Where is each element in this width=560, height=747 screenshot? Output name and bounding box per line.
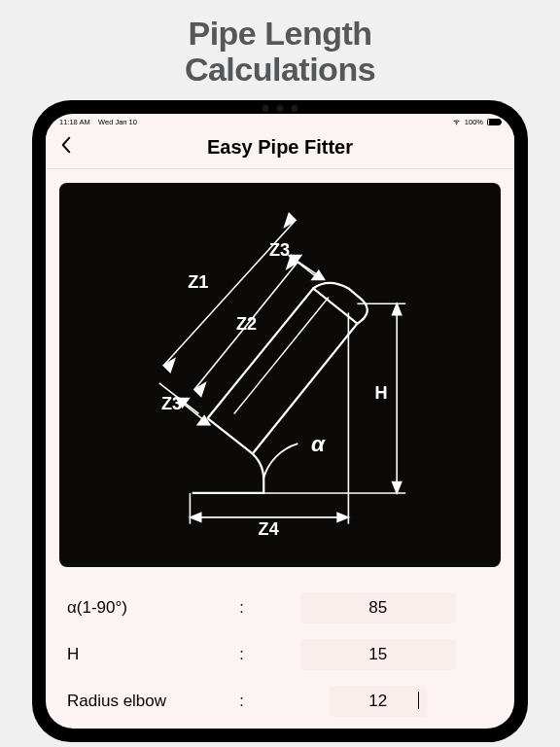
svg-text:Z4: Z4 bbox=[258, 519, 278, 539]
svg-marker-2 bbox=[285, 214, 296, 228]
h-input[interactable]: 15 bbox=[300, 639, 456, 670]
device-screen: 11:18 AM Wed Jan 10 100% Easy Pipe Fitte… bbox=[46, 114, 514, 729]
topbar: Easy Pipe Fitter bbox=[46, 128, 514, 169]
row-separator: : bbox=[221, 599, 263, 617]
hero-line1: Pipe Length bbox=[188, 15, 371, 52]
row-h: H : 15 bbox=[61, 631, 499, 678]
alpha-input[interactable]: 85 bbox=[300, 592, 456, 623]
svg-text:Z2: Z2 bbox=[236, 315, 257, 335]
status-battery-pct: 100% bbox=[465, 118, 483, 126]
svg-text:Z3: Z3 bbox=[161, 394, 182, 413]
device-notch bbox=[262, 105, 298, 112]
row-separator: : bbox=[221, 693, 263, 710]
svg-text:H: H bbox=[374, 383, 387, 403]
row-alpha: α(1-90°) : 85 bbox=[61, 585, 499, 631]
page-title: Easy Pipe Fitter bbox=[59, 136, 501, 159]
wifi-icon bbox=[452, 118, 461, 126]
status-date: Wed Jan 10 bbox=[98, 118, 137, 126]
svg-text:Z1: Z1 bbox=[188, 273, 208, 293]
svg-marker-18 bbox=[392, 304, 401, 315]
svg-text:α: α bbox=[311, 432, 326, 456]
row-label: H bbox=[67, 645, 221, 664]
hero-title: Pipe Length Calculations bbox=[0, 0, 560, 100]
svg-text:Z3: Z3 bbox=[269, 240, 290, 260]
row-label: Radius elbow bbox=[67, 692, 221, 711]
row-label: α(1-90°) bbox=[67, 598, 221, 618]
input-rows: α(1-90°) : 85 H : 15 Radius elbow : bbox=[59, 585, 501, 725]
row-radius-elbow: Radius elbow : 12 bbox=[61, 678, 499, 725]
svg-marker-1 bbox=[163, 359, 174, 373]
hero-line2: Calculations bbox=[185, 51, 375, 88]
svg-marker-19 bbox=[392, 482, 401, 493]
battery-icon bbox=[487, 119, 501, 125]
status-bar: 11:18 AM Wed Jan 10 100% bbox=[46, 114, 514, 128]
status-time: 11:18 AM bbox=[59, 118, 90, 126]
pipe-diagram: Z1 Z2 Z3 Z3 Z4 H α bbox=[59, 183, 501, 567]
svg-marker-4 bbox=[194, 383, 205, 397]
radius-elbow-input[interactable]: 12 bbox=[330, 686, 427, 717]
device-frame: 11:18 AM Wed Jan 10 100% Easy Pipe Fitte… bbox=[32, 100, 528, 742]
svg-marker-14 bbox=[337, 514, 348, 522]
svg-marker-13 bbox=[190, 514, 200, 522]
row-separator: : bbox=[221, 646, 263, 663]
